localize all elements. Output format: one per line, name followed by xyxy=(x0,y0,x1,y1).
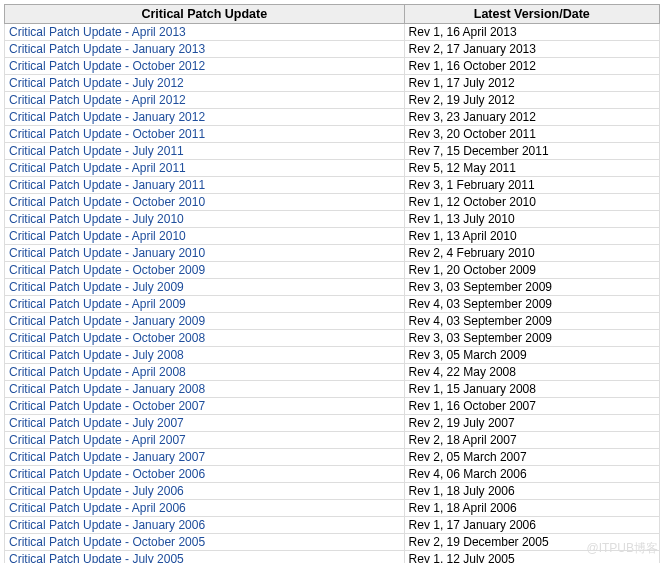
patch-date-cell: Rev 5, 12 May 2011 xyxy=(404,160,659,177)
patch-link[interactable]: Critical Patch Update - April 2006 xyxy=(9,501,186,515)
patch-name-cell: Critical Patch Update - July 2007 xyxy=(5,415,405,432)
patch-date-cell: Rev 2, 19 July 2012 xyxy=(404,92,659,109)
patch-link[interactable]: Critical Patch Update - July 2009 xyxy=(9,280,184,294)
table-body: Critical Patch Update - April 2013Rev 1,… xyxy=(5,24,660,564)
patch-link[interactable]: Critical Patch Update - October 2005 xyxy=(9,535,205,549)
patch-date-cell: Rev 1, 16 October 2007 xyxy=(404,398,659,415)
table-row: Critical Patch Update - July 2010Rev 1, … xyxy=(5,211,660,228)
patch-date-cell: Rev 3, 03 September 2009 xyxy=(404,279,659,296)
patch-link[interactable]: Critical Patch Update - July 2011 xyxy=(9,144,184,158)
patch-date-cell: Rev 3, 20 October 2011 xyxy=(404,126,659,143)
patch-link[interactable]: Critical Patch Update - July 2012 xyxy=(9,76,184,90)
patch-name-cell: Critical Patch Update - January 2009 xyxy=(5,313,405,330)
table-row: Critical Patch Update - October 2006Rev … xyxy=(5,466,660,483)
patch-link[interactable]: Critical Patch Update - April 2009 xyxy=(9,297,186,311)
patch-link[interactable]: Critical Patch Update - January 2009 xyxy=(9,314,205,328)
patch-link[interactable]: Critical Patch Update - October 2010 xyxy=(9,195,205,209)
patch-name-cell: Critical Patch Update - April 2009 xyxy=(5,296,405,313)
patch-date-cell: Rev 7, 15 December 2011 xyxy=(404,143,659,160)
table-row: Critical Patch Update - April 2013Rev 1,… xyxy=(5,24,660,41)
patch-link[interactable]: Critical Patch Update - July 2005 xyxy=(9,552,184,563)
table-row: Critical Patch Update - October 2007Rev … xyxy=(5,398,660,415)
patch-name-cell: Critical Patch Update - October 2006 xyxy=(5,466,405,483)
patch-name-cell: Critical Patch Update - January 2012 xyxy=(5,109,405,126)
patch-link[interactable]: Critical Patch Update - October 2009 xyxy=(9,263,205,277)
patch-link[interactable]: Critical Patch Update - October 2012 xyxy=(9,59,205,73)
patch-link[interactable]: Critical Patch Update - April 2013 xyxy=(9,25,186,39)
table-row: Critical Patch Update - April 2007Rev 2,… xyxy=(5,432,660,449)
table-row: Critical Patch Update - January 2010Rev … xyxy=(5,245,660,262)
patch-link[interactable]: Critical Patch Update - July 2010 xyxy=(9,212,184,226)
patch-link[interactable]: Critical Patch Update - January 2007 xyxy=(9,450,205,464)
patch-date-cell: Rev 1, 17 July 2012 xyxy=(404,75,659,92)
table-row: Critical Patch Update - April 2006Rev 1,… xyxy=(5,500,660,517)
patch-name-cell: Critical Patch Update - April 2006 xyxy=(5,500,405,517)
patch-name-cell: Critical Patch Update - April 2013 xyxy=(5,24,405,41)
table-row: Critical Patch Update - April 2011Rev 5,… xyxy=(5,160,660,177)
patch-name-cell: Critical Patch Update - October 2009 xyxy=(5,262,405,279)
patch-link[interactable]: Critical Patch Update - January 2010 xyxy=(9,246,205,260)
patch-name-cell: Critical Patch Update - July 2008 xyxy=(5,347,405,364)
patch-link[interactable]: Critical Patch Update - July 2008 xyxy=(9,348,184,362)
table-row: Critical Patch Update - October 2009Rev … xyxy=(5,262,660,279)
patch-name-cell: Critical Patch Update - October 2008 xyxy=(5,330,405,347)
patch-name-cell: Critical Patch Update - January 2006 xyxy=(5,517,405,534)
patch-name-cell: Critical Patch Update - January 2010 xyxy=(5,245,405,262)
table-row: Critical Patch Update - April 2012Rev 2,… xyxy=(5,92,660,109)
patch-name-cell: Critical Patch Update - October 2011 xyxy=(5,126,405,143)
patch-name-cell: Critical Patch Update - April 2012 xyxy=(5,92,405,109)
patch-date-cell: Rev 3, 03 September 2009 xyxy=(404,330,659,347)
table-row: Critical Patch Update - July 2012Rev 1, … xyxy=(5,75,660,92)
patch-date-cell: Rev 2, 17 January 2013 xyxy=(404,41,659,58)
table-row: Critical Patch Update - April 2009Rev 4,… xyxy=(5,296,660,313)
patch-date-cell: Rev 2, 05 March 2007 xyxy=(404,449,659,466)
patch-link[interactable]: Critical Patch Update - October 2006 xyxy=(9,467,205,481)
patch-link[interactable]: Critical Patch Update - January 2006 xyxy=(9,518,205,532)
patch-update-table: Critical Patch Update Latest Version/Dat… xyxy=(4,4,660,563)
patch-link[interactable]: Critical Patch Update - April 2012 xyxy=(9,93,186,107)
patch-link[interactable]: Critical Patch Update - October 2008 xyxy=(9,331,205,345)
patch-date-cell: Rev 3, 05 March 2009 xyxy=(404,347,659,364)
patch-date-cell: Rev 3, 1 February 2011 xyxy=(404,177,659,194)
patch-name-cell: Critical Patch Update - January 2013 xyxy=(5,41,405,58)
patch-name-cell: Critical Patch Update - April 2010 xyxy=(5,228,405,245)
table-row: Critical Patch Update - January 2008Rev … xyxy=(5,381,660,398)
patch-link[interactable]: Critical Patch Update - October 2011 xyxy=(9,127,205,141)
patch-link[interactable]: Critical Patch Update - April 2007 xyxy=(9,433,186,447)
patch-date-cell: Rev 1, 17 January 2006 xyxy=(404,517,659,534)
patch-date-cell: Rev 2, 4 February 2010 xyxy=(404,245,659,262)
patch-link[interactable]: Critical Patch Update - October 2007 xyxy=(9,399,205,413)
table-row: Critical Patch Update - October 2010Rev … xyxy=(5,194,660,211)
patch-link[interactable]: Critical Patch Update - July 2006 xyxy=(9,484,184,498)
patch-date-cell: Rev 4, 06 March 2006 xyxy=(404,466,659,483)
patch-date-cell: Rev 1, 12 July 2005 xyxy=(404,551,659,564)
patch-name-cell: Critical Patch Update - July 2012 xyxy=(5,75,405,92)
table-row: Critical Patch Update - October 2008Rev … xyxy=(5,330,660,347)
patch-link[interactable]: Critical Patch Update - January 2013 xyxy=(9,42,205,56)
patch-name-cell: Critical Patch Update - July 2010 xyxy=(5,211,405,228)
table-row: Critical Patch Update - July 2006Rev 1, … xyxy=(5,483,660,500)
patch-date-cell: Rev 1, 18 July 2006 xyxy=(404,483,659,500)
patch-link[interactable]: Critical Patch Update - January 2008 xyxy=(9,382,205,396)
patch-name-cell: Critical Patch Update - July 2005 xyxy=(5,551,405,564)
table-row: Critical Patch Update - July 2009Rev 3, … xyxy=(5,279,660,296)
patch-link[interactable]: Critical Patch Update - April 2010 xyxy=(9,229,186,243)
patch-name-cell: Critical Patch Update - October 2007 xyxy=(5,398,405,415)
patch-link[interactable]: Critical Patch Update - April 2008 xyxy=(9,365,186,379)
patch-name-cell: Critical Patch Update - October 2005 xyxy=(5,534,405,551)
patch-link[interactable]: Critical Patch Update - January 2012 xyxy=(9,110,205,124)
table-row: Critical Patch Update - July 2011Rev 7, … xyxy=(5,143,660,160)
patch-link[interactable]: Critical Patch Update - January 2011 xyxy=(9,178,205,192)
patch-name-cell: Critical Patch Update - April 2011 xyxy=(5,160,405,177)
patch-name-cell: Critical Patch Update - July 2009 xyxy=(5,279,405,296)
col-header-name: Critical Patch Update xyxy=(5,5,405,24)
patch-date-cell: Rev 1, 18 April 2006 xyxy=(404,500,659,517)
patch-name-cell: Critical Patch Update - April 2008 xyxy=(5,364,405,381)
patch-name-cell: Critical Patch Update - October 2012 xyxy=(5,58,405,75)
patch-date-cell: Rev 1, 16 April 2013 xyxy=(404,24,659,41)
patch-link[interactable]: Critical Patch Update - July 2007 xyxy=(9,416,184,430)
patch-link[interactable]: Critical Patch Update - April 2011 xyxy=(9,161,186,175)
patch-name-cell: Critical Patch Update - July 2006 xyxy=(5,483,405,500)
table-row: Critical Patch Update - January 2011Rev … xyxy=(5,177,660,194)
patch-date-cell: Rev 1, 13 July 2010 xyxy=(404,211,659,228)
